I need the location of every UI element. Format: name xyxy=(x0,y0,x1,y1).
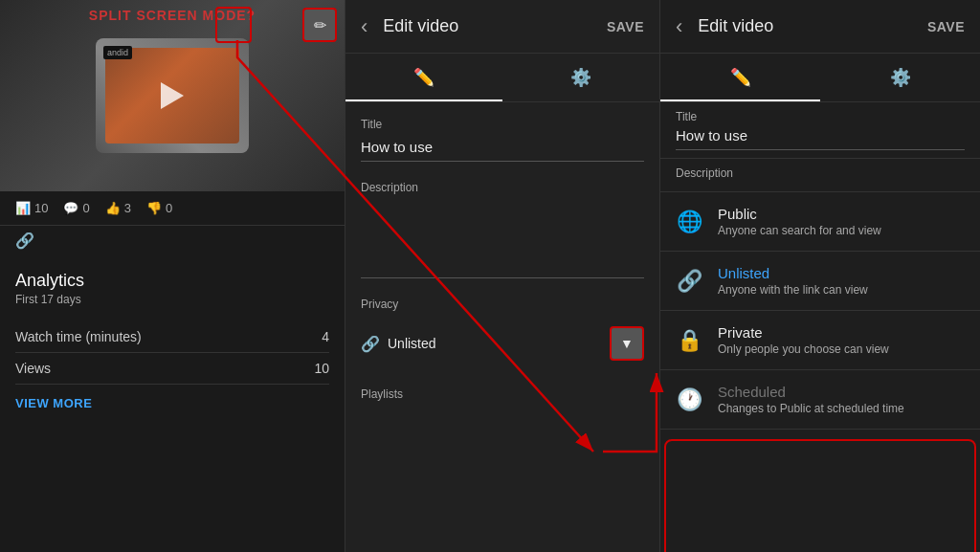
playlists-field-label: Playlists xyxy=(361,387,644,401)
tablet-screen xyxy=(105,48,239,144)
right-title-group: Title How to use xyxy=(660,102,980,159)
middle-panel-tabs: ✏️ ⚙️ xyxy=(345,54,659,102)
privacy-option-private[interactable]: 🔒 Private Only people you choose can vie… xyxy=(660,311,980,370)
right-panel-title: Edit video xyxy=(698,16,927,36)
tab-settings[interactable]: ⚙️ xyxy=(502,54,659,101)
title-field-group: Title How to use xyxy=(361,118,644,162)
right-description-label: Description xyxy=(676,166,965,180)
public-icon: 🌐 xyxy=(676,210,702,234)
privacy-link-icon: 🔗 xyxy=(361,335,380,353)
privacy-options-highlight-box xyxy=(664,439,976,552)
comments-count: 0 xyxy=(82,201,89,215)
middle-panel-title: Edit video xyxy=(383,16,607,36)
scheduled-desc: Changes to Public at scheduled time xyxy=(718,402,965,415)
tab-edit[interactable]: ✏️ xyxy=(345,54,502,101)
comment-icon: 💬 xyxy=(63,201,78,215)
unlisted-desc: Anyone with the link can view xyxy=(718,283,965,297)
view-more-button[interactable]: VIEW MORE xyxy=(15,385,329,422)
left-panel: SPLIT SCREEN MODE? andid ✏ 📊 10 💬 0 xyxy=(0,0,345,552)
edit-pencil-box[interactable]: ✏ xyxy=(302,8,337,42)
link-row: 🔗 xyxy=(0,226,345,255)
title-field-label: Title xyxy=(361,118,644,131)
scheduled-icon: 🕐 xyxy=(676,387,702,412)
right-panel-tabs: ✏️ ⚙️ xyxy=(660,54,980,102)
middle-panel: ‹ Edit video SAVE ✏️ ⚙️ Title How to use… xyxy=(345,0,660,552)
privacy-field-label: Privacy xyxy=(361,298,644,311)
share-link-icon[interactable]: 🔗 xyxy=(15,232,34,249)
analytics-icon: 📊 xyxy=(15,201,31,215)
watch-time-value: 4 xyxy=(322,329,329,344)
middle-save-button[interactable]: SAVE xyxy=(607,19,644,34)
andid-label: andid xyxy=(103,46,132,59)
pencil-icon: ✏ xyxy=(314,16,326,34)
privacy-option-public[interactable]: 🌐 Public Anyone can search for and view xyxy=(660,192,980,252)
public-title: Public xyxy=(718,206,965,222)
analytics-stat: 📊 10 xyxy=(15,201,48,215)
privacy-option-scheduled[interactable]: 🕐 Scheduled Changes to Public at schedul… xyxy=(660,370,980,430)
edit-tab-icon: ✏️ xyxy=(413,67,434,88)
dislikes-stat: 👎 0 xyxy=(146,201,172,215)
views-value: 10 xyxy=(314,361,329,376)
right-title-label: Title xyxy=(676,110,965,123)
dislike-icon: 👎 xyxy=(146,201,162,215)
views-row: Views 10 xyxy=(15,353,329,385)
description-field-label: Description xyxy=(361,181,644,194)
watch-time-label: Watch time (minutes) xyxy=(15,329,142,344)
unlisted-texts: Unlisted Anyone with the link can view xyxy=(718,265,965,297)
play-icon xyxy=(161,82,184,109)
privacy-option-unlisted[interactable]: 🔗 Unlisted Anyone with the link can view xyxy=(660,252,980,311)
scheduled-texts: Scheduled Changes to Public at scheduled… xyxy=(718,384,965,415)
right-save-button[interactable]: SAVE xyxy=(927,19,965,34)
analytics-subtitle: First 17 days xyxy=(15,293,329,306)
privacy-dropdown-button[interactable]: ▼ xyxy=(610,326,644,361)
video-stats-bar: 📊 10 💬 0 👍 3 👎 0 xyxy=(0,191,345,226)
right-description-group: Description xyxy=(660,159,980,192)
comments-stat: 💬 0 xyxy=(63,201,89,215)
tablet-image: andid xyxy=(96,38,249,153)
middle-back-button[interactable]: ‹ xyxy=(361,16,368,37)
privacy-field-group: Privacy 🔗 Unlisted ▼ xyxy=(361,298,644,368)
right-title-value[interactable]: How to use xyxy=(676,127,965,150)
right-settings-tab-icon: ⚙️ xyxy=(890,67,911,88)
thumbnail-play-area: andid xyxy=(96,38,249,153)
title-field-value[interactable]: How to use xyxy=(361,139,644,162)
description-field-group: Description xyxy=(361,181,644,278)
likes-count: 3 xyxy=(124,201,131,215)
description-field-value[interactable] xyxy=(361,202,644,278)
right-tab-edit[interactable]: ✏️ xyxy=(660,54,820,101)
thumbnail-bg: SPLIT SCREEN MODE? andid ✏ xyxy=(0,0,345,191)
dislikes-count: 0 xyxy=(166,201,172,215)
private-desc: Only people you choose can view xyxy=(718,342,965,356)
privacy-value-text: Unlisted xyxy=(388,336,436,351)
watch-time-row: Watch time (minutes) 4 xyxy=(15,321,329,353)
analytics-count: 10 xyxy=(34,201,48,215)
right-tab-settings[interactable]: ⚙️ xyxy=(820,54,980,101)
public-texts: Public Anyone can search for and view xyxy=(718,206,965,237)
views-label: Views xyxy=(15,361,51,376)
video-thumbnail: SPLIT SCREEN MODE? andid ✏ xyxy=(0,0,345,191)
right-panel-header: ‹ Edit video SAVE xyxy=(660,0,980,54)
right-back-button[interactable]: ‹ xyxy=(676,16,682,37)
scheduled-title: Scheduled xyxy=(718,384,965,400)
analytics-section: Analytics First 17 days Watch time (minu… xyxy=(0,255,345,437)
public-desc: Anyone can search for and view xyxy=(718,224,965,237)
settings-tab-icon: ⚙️ xyxy=(570,67,591,88)
right-edit-tab-icon: ✏️ xyxy=(730,67,751,88)
playlists-field-group: Playlists xyxy=(361,387,644,401)
private-texts: Private Only people you choose can view xyxy=(718,324,965,356)
dropdown-arrow-icon: ▼ xyxy=(620,336,634,351)
unlisted-title: Unlisted xyxy=(718,265,965,281)
analytics-title: Analytics xyxy=(15,271,329,291)
likes-stat: 👍 3 xyxy=(105,201,131,215)
privacy-row: 🔗 Unlisted ▼ xyxy=(361,319,644,368)
private-icon: 🔒 xyxy=(676,328,702,353)
private-title: Private xyxy=(718,324,965,341)
unlisted-icon: 🔗 xyxy=(676,269,702,294)
like-icon: 👍 xyxy=(105,201,121,215)
middle-panel-content: Title How to use Description Privacy 🔗 U… xyxy=(345,102,659,552)
split-screen-text: SPLIT SCREEN MODE? xyxy=(89,8,256,23)
privacy-left: 🔗 Unlisted xyxy=(361,335,436,353)
privacy-options-list: 🌐 Public Anyone can search for and view … xyxy=(660,192,980,430)
middle-panel-header: ‹ Edit video SAVE xyxy=(345,0,659,54)
right-panel: ‹ Edit video SAVE ✏️ ⚙️ Title How to use… xyxy=(660,0,980,552)
